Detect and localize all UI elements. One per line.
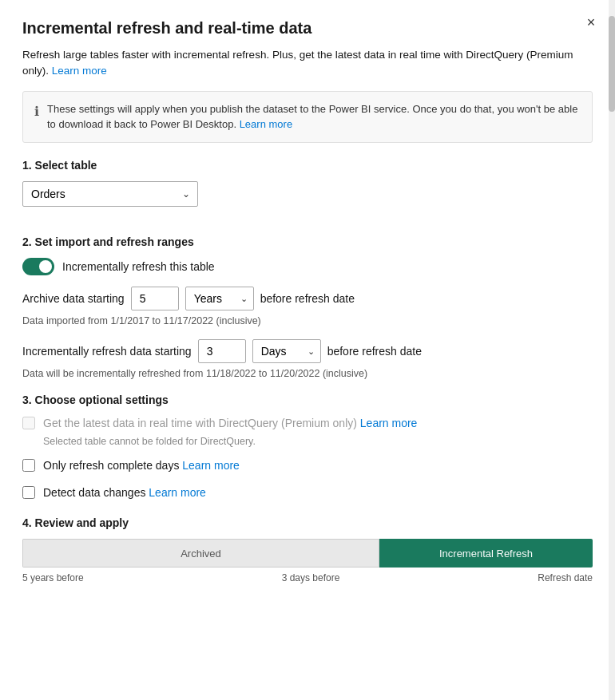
toggle-label: Incrementally refresh this table	[62, 260, 215, 273]
bar-incremental: Incremental Refresh	[379, 539, 593, 568]
incremental-unit-select[interactable]: Days Months Years	[252, 339, 321, 363]
info-icon: ℹ	[34, 102, 39, 132]
review-section: 4. Review and apply Archived Incremental…	[22, 516, 593, 583]
info-box-text: These settings will apply when you publi…	[47, 101, 581, 132]
archive-label-before: Archive data starting	[22, 292, 125, 305]
timeline-bar: Archived Incremental Refresh	[22, 539, 593, 568]
directquery-disabled-note: Selected table cannot be folded for Dire…	[43, 436, 593, 447]
detect-changes-row: Detect data changes Learn more	[22, 485, 593, 501]
section3-title: 3. Choose optional settings	[22, 394, 593, 406]
timeline-bar-container: Archived Incremental Refresh 5 years bef…	[22, 539, 593, 583]
dialog: × Incremental refresh and real-time data…	[0, 0, 615, 700]
incremental-toggle[interactable]	[22, 258, 54, 275]
close-button[interactable]: ×	[580, 11, 602, 34]
detect-changes-label: Detect data changes Learn more	[43, 485, 206, 501]
archive-unit-select-wrapper: Days Months Years ⌄	[185, 287, 254, 310]
archive-date-info: Data imported from 1/1/2017 to 11/17/202…	[22, 315, 593, 326]
section1-title: 1. Select table	[22, 159, 593, 172]
dialog-title: Incremental refresh and real-time data	[22, 19, 593, 38]
incremental-date-info: Data will be incrementally refreshed fro…	[22, 368, 593, 379]
directquery-learn-more-link[interactable]: Learn more	[360, 417, 418, 429]
archive-range-row: Archive data starting Days Months Years …	[22, 287, 593, 310]
timeline-label-center: 3 days before	[282, 572, 340, 583]
info-box: ℹ These settings will apply when you pub…	[22, 91, 593, 143]
archive-value-input[interactable]	[131, 287, 179, 310]
directquery-row: Get the latest data in real time with Di…	[22, 416, 593, 432]
detect-changes-checkbox[interactable]	[22, 486, 35, 499]
info-learn-more-link[interactable]: Learn more	[240, 118, 292, 130]
incremental-label-after: before refresh date	[327, 345, 422, 358]
scrollbar[interactable]	[609, 0, 615, 700]
incremental-value-input[interactable]	[198, 339, 246, 363]
table-select[interactable]: Orders Customers Products	[22, 181, 198, 207]
complete-days-checkbox[interactable]	[22, 459, 35, 472]
complete-days-row: Only refresh complete days Learn more	[22, 458, 593, 474]
intro-learn-more-link[interactable]: Learn more	[52, 65, 107, 77]
section4-title: 4. Review and apply	[22, 516, 593, 529]
intro-text: Refresh large tables faster with increme…	[22, 47, 593, 80]
incremental-label-before: Incrementally refresh data starting	[22, 345, 192, 358]
timeline-labels: 5 years before 3 days before Refresh dat…	[22, 572, 593, 583]
section2-title: 2. Set import and refresh ranges	[22, 235, 593, 248]
scrollbar-thumb[interactable]	[609, 16, 615, 112]
archive-label-after: before refresh date	[260, 292, 355, 305]
directquery-checkbox[interactable]	[22, 417, 35, 429]
complete-days-label: Only refresh complete days Learn more	[43, 458, 240, 474]
timeline-label-right: Refresh date	[538, 572, 593, 583]
incremental-range-row: Incrementally refresh data starting Days…	[22, 339, 593, 363]
directquery-label: Get the latest data in real time with Di…	[43, 416, 417, 432]
archive-unit-select[interactable]: Days Months Years	[185, 287, 254, 310]
incremental-unit-select-wrapper: Days Months Years ⌄	[252, 339, 321, 363]
timeline-label-left: 5 years before	[22, 572, 84, 583]
bar-archived: Archived	[22, 539, 379, 568]
optional-section: Get the latest data in real time with Di…	[22, 416, 593, 501]
complete-days-learn-more-link[interactable]: Learn more	[182, 459, 240, 472]
toggle-row: Incrementally refresh this table	[22, 258, 593, 275]
table-select-wrapper: Orders Customers Products ⌄	[22, 181, 198, 207]
detect-changes-learn-more-link[interactable]: Learn more	[149, 486, 206, 499]
